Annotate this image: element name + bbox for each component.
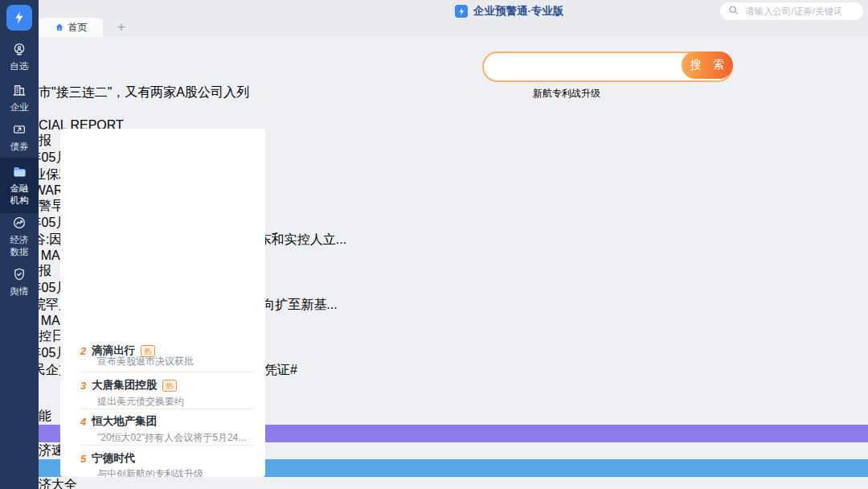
sidebar: 自选企业债券金融机构经济数据舆情 xyxy=(0,0,39,489)
sidebar-item-自选[interactable]: 自选 xyxy=(0,42,39,72)
add-tab-button[interactable]: + xyxy=(117,19,125,35)
list-divider xyxy=(80,372,254,372)
sidebar-item-label: 金融机构 xyxy=(9,183,30,207)
more-link[interactable]: 更多 > xyxy=(0,101,868,118)
hot-item-desc: "20恒大02"持有人会议将于5月24... xyxy=(97,431,259,445)
app-logo-icon xyxy=(455,5,468,18)
tab-home-label: 首页 xyxy=(68,21,88,35)
global-search[interactable] xyxy=(720,2,863,20)
search-submit-button[interactable]: 搜 索 xyxy=(682,51,733,79)
sidebar-item-债券[interactable]: 债券 xyxy=(0,122,39,153)
top-bar: 企业预警通·专业版 首页 + xyxy=(39,0,868,37)
sidebar-item-舆情[interactable]: 舆情 xyxy=(0,267,39,298)
chevrons-up-icon: ︿︿︿ xyxy=(0,34,868,84)
hot-company-name: 宁德时代 xyxy=(92,451,135,466)
search-icon xyxy=(728,4,739,18)
finance-folder-icon xyxy=(0,164,39,180)
function-card-label: 区域经济大全 xyxy=(0,477,868,489)
economy-chart-icon xyxy=(0,216,39,232)
sidebar-item-金融机构[interactable]: 金融机构 xyxy=(0,158,39,213)
app-title: 企业预警通·专业版 xyxy=(473,4,564,18)
main-search-bar[interactable]: 搜 索 xyxy=(482,51,733,82)
hot-search-ticker[interactable]: 新航专利战升级 xyxy=(533,87,600,101)
hot-item-desc: 与中创新航的专利战升级 xyxy=(97,467,259,477)
sidebar-item-label: 舆情 xyxy=(9,286,30,298)
hot-badge: 热 xyxy=(162,380,177,392)
search-input[interactable] xyxy=(743,6,843,17)
hot-search-panel: 2滴滴出行热宣布美股退市决议获批3大唐集团控股热提出美元债交换要约4恒大地产集团… xyxy=(60,129,265,477)
list-divider xyxy=(80,409,254,409)
watchlist-icon xyxy=(0,42,39,58)
hot-list-item[interactable]: 4恒大地产集团 xyxy=(80,414,256,429)
list-divider xyxy=(80,445,254,446)
hot-list-item[interactable]: 3大唐集团控股热 xyxy=(80,378,256,392)
hot-rank: 2 xyxy=(80,345,86,357)
sidebar-item-label: 债券 xyxy=(9,141,30,153)
sidebar-item-经济数据[interactable]: 经济数据 xyxy=(0,216,39,258)
company-building-icon xyxy=(0,83,39,99)
sidebar-item-label: 经济数据 xyxy=(9,234,30,258)
hot-list-item[interactable]: 5宁德时代 xyxy=(80,451,256,466)
news-headline[interactable]: 强制退市"接三连二"，又有两家A股公司入列 xyxy=(0,84,868,101)
sentiment-shield-icon xyxy=(0,267,39,283)
sidebar-logo[interactable] xyxy=(6,5,32,31)
sidebar-item-label: 企业 xyxy=(9,101,30,113)
hot-company-name: 恒大地产集团 xyxy=(92,414,157,429)
app-brand: 企业预警通·专业版 xyxy=(455,4,564,18)
hot-item-desc: 提出美元债交换要约 xyxy=(97,395,259,409)
hot-company-name: 大唐集团控股 xyxy=(92,378,157,392)
sidebar-item-企业[interactable]: 企业 xyxy=(0,83,39,113)
tab-home[interactable]: 首页 xyxy=(39,18,103,37)
hot-rank: 5 xyxy=(80,453,86,465)
hot-rank: 3 xyxy=(80,380,86,392)
hot-rank: 4 xyxy=(80,416,86,428)
sidebar-item-label: 自选 xyxy=(9,60,30,72)
hot-item-desc: 宣布美股退市决议获批 xyxy=(97,355,259,368)
bond-ticket-icon xyxy=(0,122,39,138)
